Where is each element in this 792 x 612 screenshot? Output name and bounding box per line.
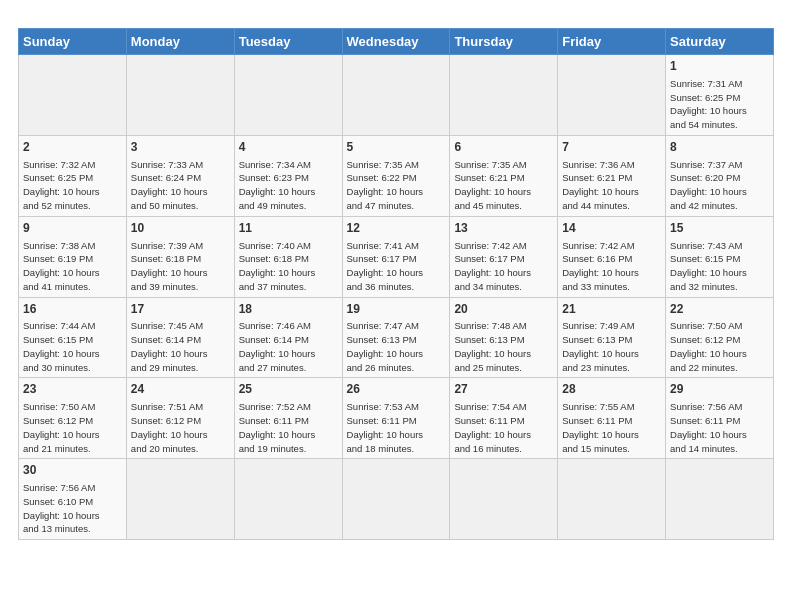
calendar-day-cell <box>342 459 450 540</box>
calendar-day-cell: 5Sunrise: 7:35 AM Sunset: 6:22 PM Daylig… <box>342 135 450 216</box>
calendar-weekday-saturday: Saturday <box>666 29 774 55</box>
day-info: Sunrise: 7:31 AM Sunset: 6:25 PM Dayligh… <box>670 77 769 132</box>
day-number: 23 <box>23 381 122 398</box>
day-number: 29 <box>670 381 769 398</box>
day-info: Sunrise: 7:42 AM Sunset: 6:16 PM Dayligh… <box>562 239 661 294</box>
calendar-day-cell: 13Sunrise: 7:42 AM Sunset: 6:17 PM Dayli… <box>450 216 558 297</box>
calendar-day-cell <box>450 459 558 540</box>
day-number: 26 <box>347 381 446 398</box>
calendar-day-cell <box>126 459 234 540</box>
calendar-day-cell: 26Sunrise: 7:53 AM Sunset: 6:11 PM Dayli… <box>342 378 450 459</box>
day-number: 2 <box>23 139 122 156</box>
calendar-weekday-friday: Friday <box>558 29 666 55</box>
day-number: 11 <box>239 220 338 237</box>
day-info: Sunrise: 7:39 AM Sunset: 6:18 PM Dayligh… <box>131 239 230 294</box>
calendar-day-cell: 22Sunrise: 7:50 AM Sunset: 6:12 PM Dayli… <box>666 297 774 378</box>
day-info: Sunrise: 7:44 AM Sunset: 6:15 PM Dayligh… <box>23 319 122 374</box>
calendar-day-cell: 11Sunrise: 7:40 AM Sunset: 6:18 PM Dayli… <box>234 216 342 297</box>
calendar-week-row: 23Sunrise: 7:50 AM Sunset: 6:12 PM Dayli… <box>19 378 774 459</box>
day-info: Sunrise: 7:56 AM Sunset: 6:10 PM Dayligh… <box>23 481 122 536</box>
day-number: 1 <box>670 58 769 75</box>
day-info: Sunrise: 7:47 AM Sunset: 6:13 PM Dayligh… <box>347 319 446 374</box>
day-info: Sunrise: 7:43 AM Sunset: 6:15 PM Dayligh… <box>670 239 769 294</box>
day-number: 17 <box>131 301 230 318</box>
day-info: Sunrise: 7:32 AM Sunset: 6:25 PM Dayligh… <box>23 158 122 213</box>
calendar-weekday-monday: Monday <box>126 29 234 55</box>
day-number: 19 <box>347 301 446 318</box>
day-info: Sunrise: 7:50 AM Sunset: 6:12 PM Dayligh… <box>670 319 769 374</box>
calendar-day-cell: 6Sunrise: 7:35 AM Sunset: 6:21 PM Daylig… <box>450 135 558 216</box>
day-number: 22 <box>670 301 769 318</box>
calendar-week-row: 9Sunrise: 7:38 AM Sunset: 6:19 PM Daylig… <box>19 216 774 297</box>
day-info: Sunrise: 7:34 AM Sunset: 6:23 PM Dayligh… <box>239 158 338 213</box>
day-info: Sunrise: 7:54 AM Sunset: 6:11 PM Dayligh… <box>454 400 553 455</box>
day-number: 9 <box>23 220 122 237</box>
day-info: Sunrise: 7:35 AM Sunset: 6:21 PM Dayligh… <box>454 158 553 213</box>
day-number: 16 <box>23 301 122 318</box>
day-info: Sunrise: 7:52 AM Sunset: 6:11 PM Dayligh… <box>239 400 338 455</box>
calendar-day-cell: 17Sunrise: 7:45 AM Sunset: 6:14 PM Dayli… <box>126 297 234 378</box>
calendar-week-row: 2Sunrise: 7:32 AM Sunset: 6:25 PM Daylig… <box>19 135 774 216</box>
calendar-table: SundayMondayTuesdayWednesdayThursdayFrid… <box>18 28 774 540</box>
calendar-header-row: SundayMondayTuesdayWednesdayThursdayFrid… <box>19 29 774 55</box>
calendar-week-row: 16Sunrise: 7:44 AM Sunset: 6:15 PM Dayli… <box>19 297 774 378</box>
day-info: Sunrise: 7:48 AM Sunset: 6:13 PM Dayligh… <box>454 319 553 374</box>
day-info: Sunrise: 7:42 AM Sunset: 6:17 PM Dayligh… <box>454 239 553 294</box>
calendar-day-cell: 28Sunrise: 7:55 AM Sunset: 6:11 PM Dayli… <box>558 378 666 459</box>
calendar-day-cell: 12Sunrise: 7:41 AM Sunset: 6:17 PM Dayli… <box>342 216 450 297</box>
day-info: Sunrise: 7:51 AM Sunset: 6:12 PM Dayligh… <box>131 400 230 455</box>
calendar-day-cell: 2Sunrise: 7:32 AM Sunset: 6:25 PM Daylig… <box>19 135 127 216</box>
calendar-day-cell: 20Sunrise: 7:48 AM Sunset: 6:13 PM Dayli… <box>450 297 558 378</box>
day-number: 20 <box>454 301 553 318</box>
day-number: 10 <box>131 220 230 237</box>
day-info: Sunrise: 7:53 AM Sunset: 6:11 PM Dayligh… <box>347 400 446 455</box>
calendar-day-cell: 21Sunrise: 7:49 AM Sunset: 6:13 PM Dayli… <box>558 297 666 378</box>
day-number: 4 <box>239 139 338 156</box>
day-number: 7 <box>562 139 661 156</box>
day-info: Sunrise: 7:50 AM Sunset: 6:12 PM Dayligh… <box>23 400 122 455</box>
calendar-day-cell: 19Sunrise: 7:47 AM Sunset: 6:13 PM Dayli… <box>342 297 450 378</box>
calendar-week-row: 1Sunrise: 7:31 AM Sunset: 6:25 PM Daylig… <box>19 55 774 136</box>
calendar-day-cell: 9Sunrise: 7:38 AM Sunset: 6:19 PM Daylig… <box>19 216 127 297</box>
calendar-day-cell: 29Sunrise: 7:56 AM Sunset: 6:11 PM Dayli… <box>666 378 774 459</box>
calendar-day-cell: 14Sunrise: 7:42 AM Sunset: 6:16 PM Dayli… <box>558 216 666 297</box>
calendar-day-cell: 8Sunrise: 7:37 AM Sunset: 6:20 PM Daylig… <box>666 135 774 216</box>
calendar-day-cell <box>666 459 774 540</box>
day-number: 15 <box>670 220 769 237</box>
calendar-day-cell <box>234 459 342 540</box>
day-info: Sunrise: 7:35 AM Sunset: 6:22 PM Dayligh… <box>347 158 446 213</box>
calendar-day-cell: 27Sunrise: 7:54 AM Sunset: 6:11 PM Dayli… <box>450 378 558 459</box>
day-info: Sunrise: 7:36 AM Sunset: 6:21 PM Dayligh… <box>562 158 661 213</box>
day-info: Sunrise: 7:38 AM Sunset: 6:19 PM Dayligh… <box>23 239 122 294</box>
day-info: Sunrise: 7:55 AM Sunset: 6:11 PM Dayligh… <box>562 400 661 455</box>
day-info: Sunrise: 7:40 AM Sunset: 6:18 PM Dayligh… <box>239 239 338 294</box>
calendar-weekday-tuesday: Tuesday <box>234 29 342 55</box>
calendar-day-cell: 4Sunrise: 7:34 AM Sunset: 6:23 PM Daylig… <box>234 135 342 216</box>
day-number: 30 <box>23 462 122 479</box>
calendar-day-cell: 25Sunrise: 7:52 AM Sunset: 6:11 PM Dayli… <box>234 378 342 459</box>
calendar-day-cell: 1Sunrise: 7:31 AM Sunset: 6:25 PM Daylig… <box>666 55 774 136</box>
day-info: Sunrise: 7:46 AM Sunset: 6:14 PM Dayligh… <box>239 319 338 374</box>
page: General Blue SundayMondayTuesdayWednesda… <box>0 0 792 550</box>
day-number: 28 <box>562 381 661 398</box>
calendar-day-cell: 23Sunrise: 7:50 AM Sunset: 6:12 PM Dayli… <box>19 378 127 459</box>
calendar-week-row: 30Sunrise: 7:56 AM Sunset: 6:10 PM Dayli… <box>19 459 774 540</box>
day-number: 25 <box>239 381 338 398</box>
day-number: 3 <box>131 139 230 156</box>
calendar-day-cell: 30Sunrise: 7:56 AM Sunset: 6:10 PM Dayli… <box>19 459 127 540</box>
calendar-day-cell <box>342 55 450 136</box>
calendar-day-cell: 16Sunrise: 7:44 AM Sunset: 6:15 PM Dayli… <box>19 297 127 378</box>
day-info: Sunrise: 7:49 AM Sunset: 6:13 PM Dayligh… <box>562 319 661 374</box>
calendar-day-cell: 7Sunrise: 7:36 AM Sunset: 6:21 PM Daylig… <box>558 135 666 216</box>
day-number: 14 <box>562 220 661 237</box>
calendar-day-cell: 15Sunrise: 7:43 AM Sunset: 6:15 PM Dayli… <box>666 216 774 297</box>
calendar-day-cell <box>558 55 666 136</box>
calendar-day-cell: 24Sunrise: 7:51 AM Sunset: 6:12 PM Dayli… <box>126 378 234 459</box>
calendar-day-cell <box>234 55 342 136</box>
day-number: 12 <box>347 220 446 237</box>
day-number: 8 <box>670 139 769 156</box>
day-number: 5 <box>347 139 446 156</box>
calendar-weekday-thursday: Thursday <box>450 29 558 55</box>
day-number: 21 <box>562 301 661 318</box>
calendar-day-cell <box>19 55 127 136</box>
